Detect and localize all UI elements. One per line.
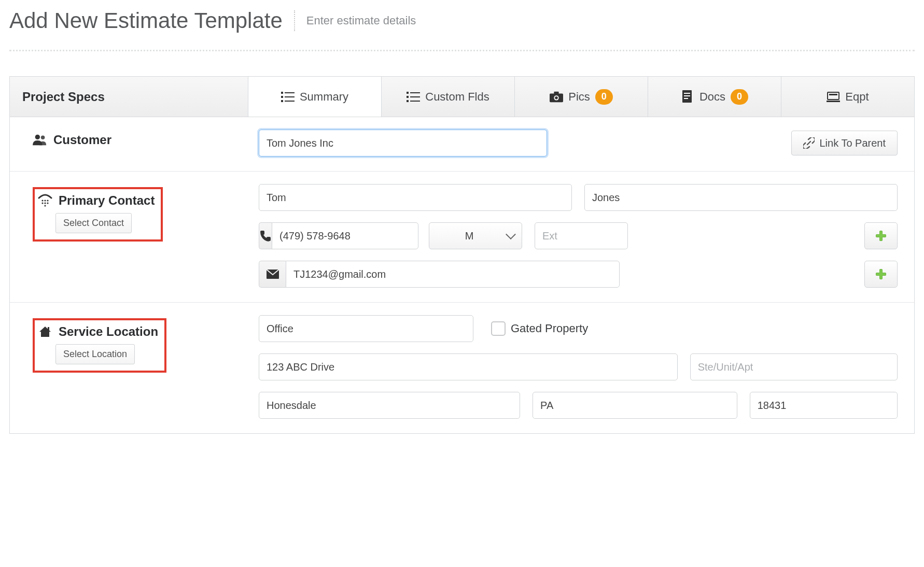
svg-rect-22 (827, 101, 840, 102)
document-icon (681, 90, 694, 104)
customer-label: Customer (53, 133, 111, 147)
svg-point-15 (555, 96, 558, 100)
location-name-input[interactable] (259, 315, 473, 342)
svg-rect-11 (410, 101, 420, 102)
tab-pics-label: Pics (568, 90, 590, 104)
svg-point-27 (47, 200, 48, 201)
svg-point-24 (41, 136, 45, 139)
tabs-bar: Project Specs Summary Custom Flds (10, 77, 914, 117)
home-icon (38, 324, 52, 339)
svg-point-26 (44, 200, 46, 201)
docs-count-badge: 0 (731, 89, 748, 105)
email-group (259, 261, 620, 288)
svg-point-30 (47, 202, 48, 204)
svg-rect-40 (876, 273, 886, 276)
list-icon (407, 90, 420, 104)
svg-point-25 (41, 200, 43, 201)
svg-rect-9 (410, 96, 420, 97)
customer-input[interactable] (259, 130, 547, 157)
tab-docs-label: Docs (699, 90, 725, 104)
add-phone-button[interactable] (864, 222, 898, 249)
svg-rect-17 (684, 93, 690, 94)
page-title: Add New Estimate Template (9, 8, 283, 33)
service-location-row: Service Location Select Location Gated P… (10, 303, 914, 433)
primary-contact-highlight: Primary Contact Select Contact (33, 187, 163, 242)
svg-rect-1 (285, 92, 295, 93)
state-input[interactable] (533, 392, 737, 419)
svg-point-29 (44, 202, 46, 204)
svg-rect-20 (828, 92, 839, 100)
select-location-button[interactable]: Select Location (55, 344, 135, 364)
gated-property-label: Gated Property (511, 322, 588, 335)
link-to-parent-button[interactable]: Link To Parent (791, 131, 898, 155)
svg-rect-18 (684, 95, 690, 96)
last-name-input[interactable] (584, 184, 898, 211)
customer-row: Customer Link To Parent (10, 117, 914, 172)
header-divider (294, 10, 295, 31)
page-subtitle: Enter estimate details (306, 14, 416, 27)
primary-contact-row: Primary Contact Select Contact (10, 172, 914, 303)
tab-eqpt-label: Eqpt (845, 90, 869, 104)
envelope-icon (259, 261, 286, 288)
svg-rect-0 (281, 92, 283, 94)
link-to-parent-label: Link To Parent (820, 137, 886, 149)
tab-custom-flds-label: Custom Flds (425, 90, 489, 104)
phone-group (259, 222, 416, 249)
list-icon (281, 90, 295, 104)
first-name-input[interactable] (259, 184, 572, 211)
select-contact-button[interactable]: Select Contact (55, 213, 132, 233)
customer-icon (33, 133, 47, 147)
svg-rect-21 (829, 94, 837, 95)
svg-rect-6 (407, 92, 409, 94)
phone-dial-icon (38, 193, 52, 208)
email-input[interactable] (286, 261, 620, 288)
plus-icon (875, 230, 887, 242)
svg-rect-13 (554, 91, 559, 94)
address1-input[interactable] (259, 353, 678, 380)
tab-custom-flds[interactable]: Custom Flds (382, 77, 515, 117)
tab-pics[interactable]: Pics 0 (515, 77, 648, 117)
section-title: Project Specs (10, 77, 248, 117)
equipment-icon (827, 90, 840, 104)
tab-summary-label: Summary (300, 90, 348, 104)
svg-point-31 (44, 205, 46, 206)
gated-property-checkbox[interactable] (491, 321, 506, 336)
pics-count-badge: 0 (595, 89, 613, 105)
service-location-highlight: Service Location Select Location (33, 318, 166, 373)
svg-rect-35 (876, 235, 886, 237)
svg-rect-8 (407, 96, 409, 98)
add-email-button[interactable] (864, 261, 898, 288)
dotted-rule (9, 50, 915, 51)
svg-rect-41 (48, 327, 49, 330)
zip-input[interactable] (750, 392, 898, 419)
tab-docs[interactable]: Docs 0 (648, 77, 781, 117)
tab-eqpt[interactable]: Eqpt (781, 77, 914, 117)
phone-input[interactable] (272, 222, 418, 249)
project-specs-panel: Project Specs Summary Custom Flds (9, 76, 915, 434)
svg-rect-4 (281, 100, 283, 102)
phone-type-value: M (465, 230, 474, 242)
svg-rect-2 (281, 96, 283, 98)
svg-point-23 (35, 135, 40, 139)
plus-icon (875, 268, 887, 280)
svg-rect-3 (285, 96, 295, 97)
phone-icon (259, 222, 272, 249)
svg-rect-10 (407, 100, 409, 102)
tab-summary[interactable]: Summary (248, 77, 382, 117)
phone-type-select[interactable]: M (429, 222, 522, 249)
city-input[interactable] (259, 392, 520, 419)
address2-input[interactable] (690, 353, 898, 380)
camera-icon (550, 90, 563, 104)
phone-ext-input[interactable] (535, 222, 628, 249)
service-location-label: Service Location (59, 324, 158, 339)
link-icon (803, 137, 815, 149)
svg-rect-5 (285, 101, 295, 102)
svg-point-28 (41, 202, 43, 204)
svg-rect-7 (410, 92, 420, 93)
primary-contact-label: Primary Contact (59, 193, 155, 208)
svg-rect-19 (684, 98, 688, 99)
